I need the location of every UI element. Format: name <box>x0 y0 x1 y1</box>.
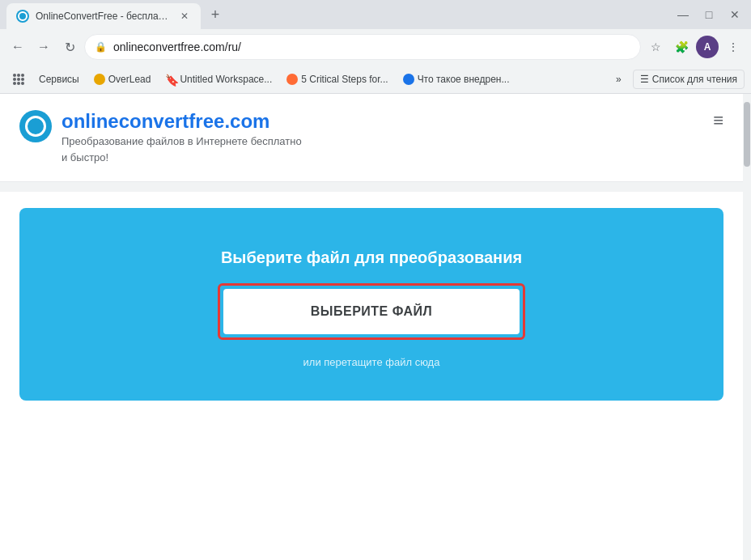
critical-steps-favicon <box>286 74 298 85</box>
reload-button[interactable]: ↻ <box>58 36 81 58</box>
section-separator <box>0 182 743 192</box>
url-text: onlineconvertfree.com/ru/ <box>113 40 630 53</box>
titlebar: OnlineConvertFree - бесплатны... ✕ + — □… <box>0 0 751 29</box>
bookmark-chto-takoe[interactable]: Что такое внедрен... <box>397 70 516 88</box>
address-bar[interactable]: 🔒 onlineconvertfree.com/ru/ <box>84 34 641 60</box>
bookmark-servisy-label: Сервисы <box>39 74 79 85</box>
tab-title: OnlineConvertFree - бесплатны... <box>36 11 172 22</box>
upload-section-title: Выберите файл для преобразования <box>221 248 522 267</box>
workspace-favicon: 🔖 <box>165 74 176 85</box>
site-tagline-2: и быстро! <box>62 151 302 165</box>
hamburger-menu-button[interactable]: ≡ <box>713 110 723 131</box>
bookmark-chto-takoe-label: Что такое внедрен... <box>418 74 510 85</box>
forward-button[interactable]: → <box>32 36 55 58</box>
maximize-button[interactable]: □ <box>702 8 715 21</box>
site-logo-icon <box>19 110 52 142</box>
bookmark-star-button[interactable]: ☆ <box>644 36 667 58</box>
browser-window: OnlineConvertFree - бесплатны... ✕ + — □… <box>0 0 751 560</box>
new-tab-button[interactable]: + <box>204 3 227 26</box>
overlead-favicon <box>94 74 105 85</box>
menu-button[interactable]: ⋮ <box>722 36 745 58</box>
close-button[interactable]: ✕ <box>728 8 741 21</box>
site-header: onlineconvertfree.com Преобразование фай… <box>0 94 743 182</box>
chto-takoe-favicon <box>403 74 414 85</box>
scrollbar-track <box>743 94 751 560</box>
reading-list-icon: ☰ <box>640 74 649 85</box>
site-tagline-1: Преобразование файлов в Интернете беспла… <box>62 134 302 149</box>
addressbar-actions: ☆ 🧩 А ⋮ <box>644 36 745 58</box>
scrollbar-thumb[interactable] <box>744 102 750 167</box>
more-bookmarks-button[interactable]: » <box>609 70 628 88</box>
profile-avatar[interactable]: А <box>696 36 719 58</box>
reading-list-button[interactable]: ☰ Список для чтения <box>633 70 745 89</box>
site-logo-area: onlineconvertfree.com Преобразование фай… <box>19 110 302 165</box>
bookmark-critical-steps[interactable]: 5 Critical Steps for... <box>280 70 394 88</box>
active-tab[interactable]: OnlineConvertFree - бесплатны... ✕ <box>6 3 201 29</box>
choose-file-button[interactable]: ВЫБЕРИТЕ ФАЙЛ <box>223 289 520 334</box>
site-info: onlineconvertfree.com Преобразование фай… <box>62 110 302 165</box>
tabs-section: OnlineConvertFree - бесплатны... ✕ + <box>0 0 667 29</box>
reading-list-label: Список для чтения <box>652 74 737 85</box>
bookmark-workspace[interactable]: 🔖 Untitled Workspace... <box>159 70 278 88</box>
minimize-button[interactable]: — <box>677 8 689 21</box>
bookmark-workspace-label: Untitled Workspace... <box>180 74 272 85</box>
page-area: onlineconvertfree.com Преобразование фай… <box>0 94 743 560</box>
upload-button-wrapper: ВЫБЕРИТЕ ФАЙЛ <box>218 283 525 340</box>
more-bookmarks-label: » <box>616 74 622 85</box>
apps-button[interactable] <box>6 70 31 88</box>
bookmarks-bar: Сервисы OverLead 🔖 Untitled Workspace...… <box>0 65 751 94</box>
back-button[interactable]: ← <box>6 36 29 58</box>
bookmark-overlead[interactable]: OverLead <box>87 70 158 88</box>
addressbar-row: ← → ↻ 🔒 onlineconvertfree.com/ru/ ☆ 🧩 А … <box>0 29 751 65</box>
tab-close-button[interactable]: ✕ <box>178 10 191 23</box>
apps-grid-icon <box>13 74 24 85</box>
site-name: onlineconvertfree.com <box>62 110 302 133</box>
upload-section: Выберите файл для преобразования ВЫБЕРИТ… <box>19 208 723 401</box>
window-controls: — □ ✕ <box>667 0 751 29</box>
bookmark-servisy[interactable]: Сервисы <box>32 70 86 88</box>
tab-favicon <box>16 10 29 23</box>
upload-hint: или перетащите файл сюда <box>303 356 440 368</box>
bookmark-overlead-label: OverLead <box>108 74 151 85</box>
extensions-button[interactable]: 🧩 <box>670 36 693 58</box>
bookmark-critical-steps-label: 5 Critical Steps for... <box>301 74 388 85</box>
browser-content: onlineconvertfree.com Преобразование фай… <box>0 94 751 560</box>
lock-icon: 🔒 <box>95 41 107 53</box>
more-bookmarks: » ☰ Список для чтения <box>609 70 745 89</box>
